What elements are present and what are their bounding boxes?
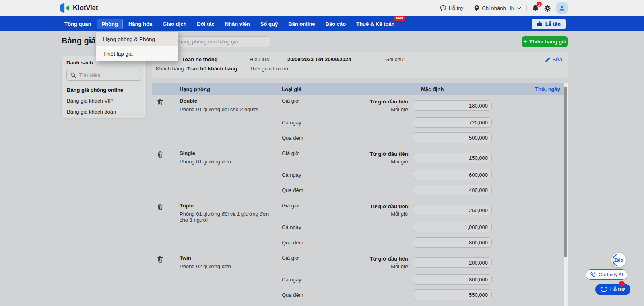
pricebook-item-1[interactable]: Bảng giá khách VIP xyxy=(66,95,141,106)
delete-room-button[interactable] xyxy=(157,151,163,159)
room-prices-cell: Giá giờTừ giờ đầu tiên:Mỗi giờ:Cả ngàyQu… xyxy=(282,201,564,250)
nav-item-5[interactable]: Nhân viên xyxy=(220,19,255,29)
hour-price-input[interactable] xyxy=(413,257,492,268)
nav-item-1[interactable]: Phòng xyxy=(97,19,122,29)
chevron-down-icon xyxy=(517,7,521,9)
kiotviet-logo[interactable]: KiotViet xyxy=(60,3,98,13)
price-row-hour: Giá giờTừ giờ đầu tiên:Mỗi giờ: xyxy=(282,149,564,167)
pricebook-item-2[interactable]: Bảng giá khách đoàn xyxy=(66,106,141,117)
room-description: Phòng 01 giường đơn xyxy=(180,159,282,165)
day-price-input[interactable] xyxy=(413,222,492,232)
room-name: Twin xyxy=(180,255,282,261)
ai-assistant-call-button[interactable]: Gọi trợ lý AI xyxy=(586,269,627,280)
price-row-night: Qua đêm xyxy=(282,287,564,302)
room-name: Triple xyxy=(180,203,282,209)
hour-price-input[interactable] xyxy=(413,153,492,163)
room-prices-cell: Giá giờTừ giờ đầu tiên:Mỗi giờ:Cả ngàyQu… xyxy=(282,149,564,198)
each-hour-label: Mỗi giờ: xyxy=(362,263,410,270)
room-description: Phòng 02 giường đơn xyxy=(180,263,282,269)
price-table-body: DoublePhòng 01 giường đôi cho 2 ngườiGiá… xyxy=(152,95,564,302)
header-room-type: Hạng phòng xyxy=(180,86,210,92)
day-price-input[interactable] xyxy=(413,117,492,128)
notifications-button[interactable]: 1 xyxy=(532,4,539,12)
add-pricebook-button[interactable]: + Thêm bảng giá xyxy=(522,36,568,47)
branch-selector[interactable]: Chi nhánh HN xyxy=(474,5,521,11)
help-label: Hỗ trợ xyxy=(449,5,464,11)
price-row-day: Cả ngày xyxy=(282,167,564,182)
price-type-label: Qua đêm xyxy=(282,240,362,246)
night-price-input[interactable] xyxy=(413,289,492,300)
trash-cell xyxy=(152,201,180,250)
sidebar-search-input[interactable] xyxy=(79,72,137,78)
first-hour-label: Từ giờ đầu tiên: xyxy=(362,203,410,210)
day-price-input[interactable] xyxy=(413,170,492,180)
price-type-label: Giá giờ xyxy=(282,253,362,261)
first-hour-label: Từ giờ đầu tiên: xyxy=(362,98,410,105)
price-row-day: Cả ngày xyxy=(282,272,564,287)
price-type-label: Cả ngày xyxy=(282,224,362,230)
nav-items: Tổng quanPhòngHàng hóaGiao dịchĐối tácNh… xyxy=(60,16,400,31)
nav-item-9[interactable]: Thuế & Kế toánMới xyxy=(351,19,399,29)
room-prices-cell: Giá giờTừ giờ đầu tiên:Mỗi giờ:Cả ngàyQu… xyxy=(282,96,564,145)
reception-button[interactable]: Lễ tân xyxy=(532,19,566,29)
nav-item-2[interactable]: Hàng hóa xyxy=(124,19,157,29)
room-row-1: SinglePhòng 01 giường đơnGiá giờTừ giờ đ… xyxy=(152,147,564,198)
nav-item-3[interactable]: Giao dịch xyxy=(158,19,191,29)
first-hour-label: Từ giờ đầu tiên: xyxy=(362,150,410,158)
settings-gear-icon[interactable] xyxy=(544,5,551,12)
topbar: KiotViet Hỗ trợ Chi nhánh HN 1 xyxy=(0,0,644,16)
first-hour-label: Từ giờ đầu tiên: xyxy=(362,255,410,263)
price-row-day: Cả ngày xyxy=(282,219,564,235)
trash-icon xyxy=(157,151,163,158)
reception-label: Lễ tân xyxy=(545,21,561,27)
room-name-cell: TwinPhòng 02 giường đơn xyxy=(180,253,282,302)
nav-item-label: Báo cáo xyxy=(326,21,346,27)
price-row-hour: Giá giờTừ giờ đầu tiên:Mỗi giờ: xyxy=(282,96,564,115)
trash-cell xyxy=(152,253,180,302)
validity-row: Hiệu lực:20/09/2023 Tới 20/09/2024 xyxy=(250,56,351,62)
help-menu[interactable]: Hỗ trợ xyxy=(440,5,464,11)
help-chat-icon xyxy=(440,5,446,11)
delete-room-button[interactable] xyxy=(157,99,163,107)
room-row-3: TwinPhòng 02 giường đơnGiá giờTừ giờ đầu… xyxy=(152,252,564,302)
price-type-label: Cả ngày xyxy=(282,172,362,178)
plus-icon: + xyxy=(523,39,527,45)
nav-item-7[interactable]: Bán online xyxy=(283,19,320,29)
nav-item-label: Nhân viên xyxy=(225,21,250,27)
menu-item-1[interactable]: Thiết lập giá xyxy=(96,46,178,61)
zalo-widget[interactable]: Zalo xyxy=(611,253,626,267)
pricebook-item-0[interactable]: Bảng giá phòng online xyxy=(66,85,141,95)
price-row-hour: Giá giờTừ giờ đầu tiên:Mỗi giờ: xyxy=(282,201,564,219)
table-scrollbar[interactable] xyxy=(564,83,568,306)
edit-pricebook-link[interactable]: Sửa xyxy=(545,56,562,62)
brand-name: KiotViet xyxy=(73,4,98,12)
night-price-input[interactable] xyxy=(413,237,492,248)
nav-item-label: Giao dịch xyxy=(163,21,186,27)
delete-room-button[interactable] xyxy=(157,256,163,264)
price-type-label: Cả ngày xyxy=(282,277,362,283)
price-table-header: Hạng phòng Loại giá Mặc định Thứ, ngày xyxy=(152,83,568,95)
day-price-input[interactable] xyxy=(413,274,492,285)
night-price-input[interactable] xyxy=(413,132,492,143)
header-day-link[interactable]: Thứ, ngày xyxy=(535,86,560,92)
nav-item-4[interactable]: Đối tác xyxy=(192,19,219,29)
menu-item-0[interactable]: Hạng phòng & Phòng xyxy=(96,32,178,46)
nav-item-8[interactable]: Báo cáo xyxy=(321,19,351,29)
delete-room-button[interactable] xyxy=(157,204,163,212)
room-name-cell: TriplePhòng 01 giường đôi và 1 giường đơ… xyxy=(180,201,282,250)
room-description: Phòng 01 giường đôi cho 2 người xyxy=(180,106,282,112)
add-pricebook-label: Thêm bảng giá xyxy=(529,39,566,45)
nav-item-0[interactable]: Tổng quan xyxy=(60,19,96,29)
user-avatar[interactable] xyxy=(556,2,568,14)
price-row-hour: Giá giờTừ giờ đầu tiên:Mỗi giờ: xyxy=(282,253,564,272)
hour-price-input[interactable] xyxy=(413,100,492,111)
customer-label: Khách hàng: xyxy=(156,66,185,72)
hour-price-input[interactable] xyxy=(413,205,492,215)
night-price-input[interactable] xyxy=(413,185,492,195)
nav-item-label: Đối tác xyxy=(197,21,214,27)
price-type-label: Giá giờ xyxy=(282,96,362,104)
scrollbar-thumb[interactable] xyxy=(564,87,567,257)
nav-item-6[interactable]: Sổ quỹ xyxy=(256,19,283,29)
user-icon xyxy=(559,5,565,11)
support-chat-button[interactable]: Hỗ trợ xyxy=(595,284,630,295)
